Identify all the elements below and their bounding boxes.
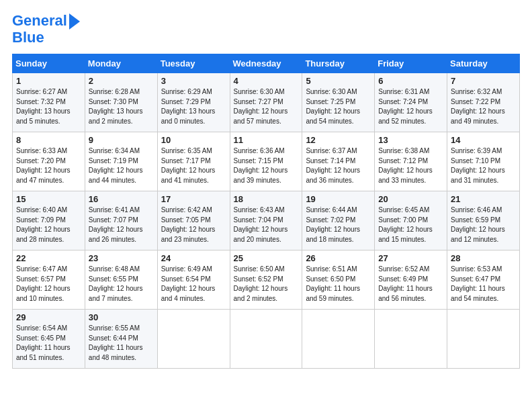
- calendar-cell: 18Sunrise: 6:43 AMSunset: 7:04 PMDayligh…: [230, 191, 302, 250]
- calendar-cell: 25Sunrise: 6:50 AMSunset: 6:52 PMDayligh…: [230, 250, 302, 310]
- calendar-cell: [230, 310, 302, 369]
- day-detail: Sunrise: 6:29 AMSunset: 7:29 PMDaylight:…: [161, 87, 226, 126]
- calendar-cell: 12Sunrise: 6:37 AMSunset: 7:14 PMDayligh…: [302, 132, 375, 191]
- header-sunday: Sunday: [13, 54, 85, 73]
- calendar-cell: 5Sunrise: 6:30 AMSunset: 7:25 PMDaylight…: [302, 73, 375, 132]
- day-number: 26: [306, 253, 371, 263]
- header: General Blue: [12, 12, 520, 46]
- day-number: 12: [306, 135, 371, 145]
- day-detail: Sunrise: 6:39 AMSunset: 7:10 PMDaylight:…: [451, 146, 516, 185]
- calendar-cell: 26Sunrise: 6:51 AMSunset: 6:50 PMDayligh…: [302, 250, 375, 310]
- day-detail: Sunrise: 6:31 AMSunset: 7:24 PMDaylight:…: [378, 87, 443, 126]
- day-detail: Sunrise: 6:32 AMSunset: 7:22 PMDaylight:…: [451, 87, 516, 126]
- day-number: 3: [161, 76, 226, 86]
- day-detail: Sunrise: 6:55 AMSunset: 6:44 PMDaylight:…: [89, 324, 154, 363]
- header-friday: Friday: [375, 54, 447, 73]
- day-number: 8: [16, 135, 81, 145]
- calendar-cell: 28Sunrise: 6:53 AMSunset: 6:47 PMDayligh…: [447, 250, 520, 310]
- day-detail: Sunrise: 6:33 AMSunset: 7:20 PMDaylight:…: [16, 146, 81, 185]
- header-thursday: Thursday: [302, 54, 375, 73]
- day-number: 30: [89, 312, 154, 322]
- calendar-cell: 23Sunrise: 6:48 AMSunset: 6:55 PMDayligh…: [85, 250, 157, 310]
- calendar-cell: 6Sunrise: 6:31 AMSunset: 7:24 PMDaylight…: [375, 73, 447, 132]
- calendar-cell: 13Sunrise: 6:38 AMSunset: 7:12 PMDayligh…: [375, 132, 447, 191]
- calendar-cell: 22Sunrise: 6:47 AMSunset: 6:57 PMDayligh…: [13, 250, 85, 310]
- calendar-cell: 8Sunrise: 6:33 AMSunset: 7:20 PMDaylight…: [13, 132, 85, 191]
- day-number: 25: [234, 253, 299, 263]
- day-detail: Sunrise: 6:43 AMSunset: 7:04 PMDaylight:…: [234, 205, 299, 244]
- calendar-header-row: SundayMondayTuesdayWednesdayThursdayFrid…: [13, 54, 520, 73]
- day-detail: Sunrise: 6:35 AMSunset: 7:17 PMDaylight:…: [161, 146, 226, 185]
- day-detail: Sunrise: 6:50 AMSunset: 6:52 PMDaylight:…: [234, 265, 299, 304]
- calendar-cell: 7Sunrise: 6:32 AMSunset: 7:22 PMDaylight…: [447, 73, 520, 132]
- calendar-cell: [302, 310, 375, 369]
- calendar-cell: 1Sunrise: 6:27 AMSunset: 7:32 PMDaylight…: [13, 73, 85, 132]
- calendar-cell: 9Sunrise: 6:34 AMSunset: 7:19 PMDaylight…: [85, 132, 157, 191]
- day-number: 22: [16, 253, 81, 263]
- calendar-cell: 11Sunrise: 6:36 AMSunset: 7:15 PMDayligh…: [230, 132, 302, 191]
- day-detail: Sunrise: 6:52 AMSunset: 6:49 PMDaylight:…: [378, 265, 443, 304]
- day-detail: Sunrise: 6:30 AMSunset: 7:27 PMDaylight:…: [234, 87, 299, 126]
- logo-arrow-icon: [69, 13, 80, 30]
- calendar-cell: 3Sunrise: 6:29 AMSunset: 7:29 PMDaylight…: [157, 73, 230, 132]
- calendar-week-row: 8Sunrise: 6:33 AMSunset: 7:20 PMDaylight…: [13, 132, 520, 191]
- logo-text-line2: Blue: [12, 30, 44, 46]
- calendar-cell: 16Sunrise: 6:41 AMSunset: 7:07 PMDayligh…: [85, 191, 157, 250]
- header-tuesday: Tuesday: [157, 54, 230, 73]
- day-detail: Sunrise: 6:47 AMSunset: 6:57 PMDaylight:…: [16, 265, 81, 304]
- calendar-week-row: 1Sunrise: 6:27 AMSunset: 7:32 PMDaylight…: [13, 73, 520, 132]
- day-detail: Sunrise: 6:49 AMSunset: 6:54 PMDaylight:…: [161, 265, 226, 304]
- day-detail: Sunrise: 6:38 AMSunset: 7:12 PMDaylight:…: [378, 146, 443, 185]
- day-number: 4: [234, 76, 299, 86]
- day-number: 29: [16, 312, 81, 322]
- day-detail: Sunrise: 6:51 AMSunset: 6:50 PMDaylight:…: [306, 265, 371, 304]
- calendar-week-row: 22Sunrise: 6:47 AMSunset: 6:57 PMDayligh…: [13, 250, 520, 310]
- day-number: 14: [451, 135, 516, 145]
- calendar-cell: 19Sunrise: 6:44 AMSunset: 7:02 PMDayligh…: [302, 191, 375, 250]
- day-number: 7: [451, 76, 516, 86]
- calendar-cell: 17Sunrise: 6:42 AMSunset: 7:05 PMDayligh…: [157, 191, 230, 250]
- day-number: 28: [451, 253, 516, 263]
- day-number: 17: [161, 194, 226, 204]
- day-detail: Sunrise: 6:45 AMSunset: 7:00 PMDaylight:…: [378, 205, 443, 244]
- calendar-cell: [447, 310, 520, 369]
- day-number: 2: [89, 76, 154, 86]
- calendar-cell: 24Sunrise: 6:49 AMSunset: 6:54 PMDayligh…: [157, 250, 230, 310]
- calendar-cell: 20Sunrise: 6:45 AMSunset: 7:00 PMDayligh…: [375, 191, 447, 250]
- day-detail: Sunrise: 6:53 AMSunset: 6:47 PMDaylight:…: [451, 265, 516, 304]
- day-number: 11: [234, 135, 299, 145]
- calendar-cell: 29Sunrise: 6:54 AMSunset: 6:45 PMDayligh…: [13, 310, 85, 369]
- day-number: 19: [306, 194, 371, 204]
- day-detail: Sunrise: 6:30 AMSunset: 7:25 PMDaylight:…: [306, 87, 371, 126]
- day-number: 20: [378, 194, 443, 204]
- calendar-cell: 4Sunrise: 6:30 AMSunset: 7:27 PMDaylight…: [230, 73, 302, 132]
- day-number: 5: [306, 76, 371, 86]
- day-detail: Sunrise: 6:48 AMSunset: 6:55 PMDaylight:…: [89, 265, 154, 304]
- calendar-cell: [157, 310, 230, 369]
- header-saturday: Saturday: [447, 54, 520, 73]
- calendar-cell: 27Sunrise: 6:52 AMSunset: 6:49 PMDayligh…: [375, 250, 447, 310]
- day-number: 15: [16, 194, 81, 204]
- day-number: 13: [378, 135, 443, 145]
- day-detail: Sunrise: 6:54 AMSunset: 6:45 PMDaylight:…: [16, 324, 81, 363]
- day-number: 18: [234, 194, 299, 204]
- day-detail: Sunrise: 6:41 AMSunset: 7:07 PMDaylight:…: [89, 205, 154, 244]
- day-detail: Sunrise: 6:36 AMSunset: 7:15 PMDaylight:…: [234, 146, 299, 185]
- day-detail: Sunrise: 6:34 AMSunset: 7:19 PMDaylight:…: [89, 146, 154, 185]
- calendar-table: SundayMondayTuesdayWednesdayThursdayFrid…: [12, 54, 520, 369]
- calendar-cell: 30Sunrise: 6:55 AMSunset: 6:44 PMDayligh…: [85, 310, 157, 369]
- calendar-cell: 10Sunrise: 6:35 AMSunset: 7:17 PMDayligh…: [157, 132, 230, 191]
- calendar-cell: 15Sunrise: 6:40 AMSunset: 7:09 PMDayligh…: [13, 191, 85, 250]
- main-container: General Blue SundayMondayTuesdayWednesda…: [0, 0, 532, 375]
- day-detail: Sunrise: 6:28 AMSunset: 7:30 PMDaylight:…: [89, 87, 154, 126]
- calendar-week-row: 29Sunrise: 6:54 AMSunset: 6:45 PMDayligh…: [13, 310, 520, 369]
- day-number: 16: [89, 194, 154, 204]
- calendar-cell: 14Sunrise: 6:39 AMSunset: 7:10 PMDayligh…: [447, 132, 520, 191]
- day-detail: Sunrise: 6:40 AMSunset: 7:09 PMDaylight:…: [16, 205, 81, 244]
- day-detail: Sunrise: 6:37 AMSunset: 7:14 PMDaylight:…: [306, 146, 371, 185]
- day-number: 23: [89, 253, 154, 263]
- day-detail: Sunrise: 6:42 AMSunset: 7:05 PMDaylight:…: [161, 205, 226, 244]
- header-monday: Monday: [85, 54, 157, 73]
- calendar-cell: 21Sunrise: 6:46 AMSunset: 6:59 PMDayligh…: [447, 191, 520, 250]
- calendar-cell: 2Sunrise: 6:28 AMSunset: 7:30 PMDaylight…: [85, 73, 157, 132]
